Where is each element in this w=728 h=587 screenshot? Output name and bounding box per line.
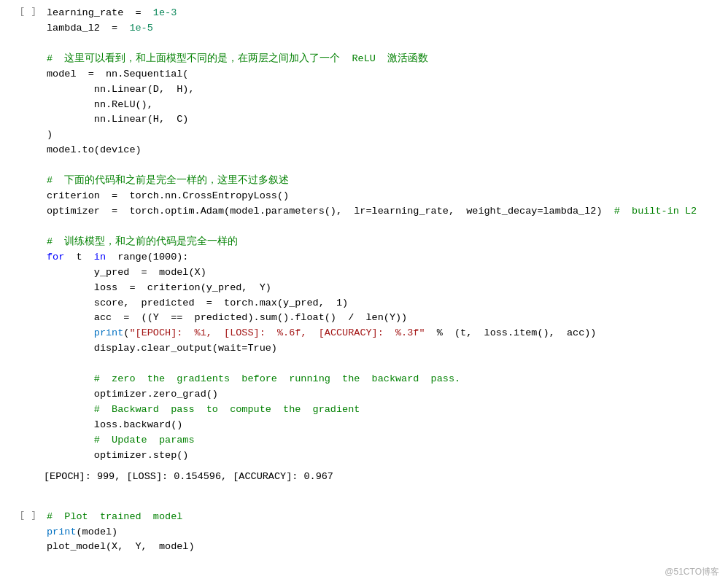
code-content-2: # Plot trained model print(model) plot_m… [47, 510, 722, 556]
cell-gap [0, 491, 728, 504]
code-cell-1: [ ] learning_rate = 1e-3 lambda_l2 = 1e-… [0, 0, 728, 470]
notebook: [ ] learning_rate = 1e-3 lambda_l2 = 1e-… [0, 0, 728, 587]
watermark: @51CTO博客 [665, 566, 719, 578]
cell-output-1: [EPOCH]: 999, [LOSS]: 0.154596, [ACCURAC… [0, 470, 728, 491]
cell-code-1[interactable]: learning_rate = 1e-3 lambda_l2 = 1e-5 # … [44, 3, 728, 467]
cell-code-2[interactable]: # Plot trained model print(model) plot_m… [44, 507, 728, 559]
cell-gutter-2: [ ] [0, 507, 44, 559]
output-text: [EPOCH]: 999, [LOSS]: 0.154596, [ACCURAC… [44, 471, 333, 482]
code-cell-2: [ ] # Plot trained model print(model) pl… [0, 504, 728, 561]
code-content-1: learning_rate = 1e-3 lambda_l2 = 1e-5 # … [47, 6, 722, 464]
cell-gutter-1: [ ] [0, 3, 44, 467]
